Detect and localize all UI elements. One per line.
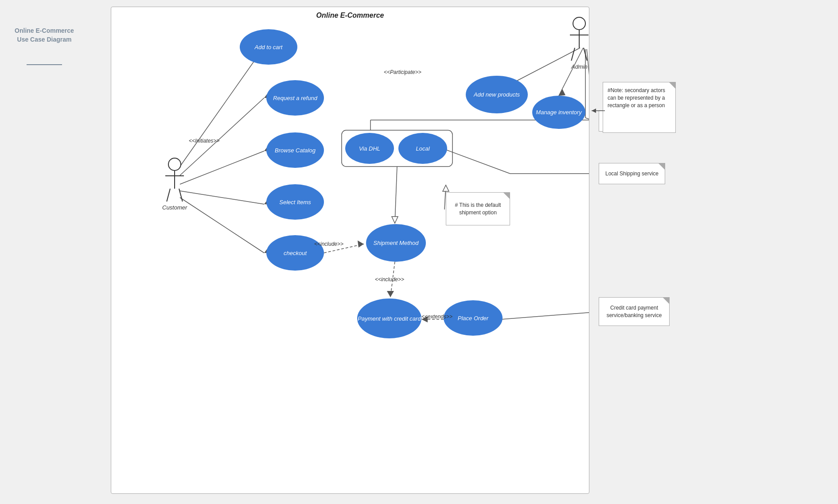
actor-customer: Customer [162,158,187,211]
use-case-payment-credit-card: Payment with credit card [357,299,421,338]
actor-customer-leg-right [179,189,183,202]
svg-marker-35 [592,109,596,113]
svg-marker-8 [387,291,394,297]
use-case-add-to-cart: Add to cart [240,29,297,65]
label-participate: <<Participate>> [384,69,421,75]
svg-line-2 [180,151,264,184]
use-case-add-new-products: Add new products [466,76,528,113]
svg-line-4 [180,198,264,253]
actor-admin-body [579,30,580,48]
label-include-checkout-shipment: <<include>> [314,241,343,247]
svg-line-0 [180,47,264,167]
svg-line-18 [501,312,589,319]
svg-marker-22 [559,89,565,96]
actor-admin-label: Admin [571,63,588,70]
sidebar-divider [27,64,62,65]
svg-line-1 [180,98,264,175]
use-case-local: Local [398,133,447,164]
actor-customer-leg-left [166,189,171,202]
use-case-manage-inventory: Manage inventory [532,96,585,129]
svg-marker-13 [392,217,398,223]
actor-customer-legs [170,189,179,202]
label-extends-placeorder-payment: <<extends>> [421,314,452,320]
use-case-via-dhl: Via DHL [345,133,394,164]
actor-admin-leg-right [583,48,588,61]
actor-customer-label: Customer [162,204,187,211]
label-initiates: <<Initiates>> [189,138,219,144]
note-secondary-actors: #Note: secondary actors can be represent… [603,82,676,133]
use-case-shipment-method: Shipment Method [366,224,426,262]
use-case-select-items: Select Items [266,184,324,220]
use-case-request-refund: Request a refund [266,80,324,116]
note-default-shipment: # This is the default shipment option [446,192,510,225]
diagram-box: Online E-Commerce Shipment Method (dashe… [111,7,589,494]
sidebar-title: Online E-Commerce Use Case Diagram [9,27,80,44]
use-case-browse-catalog: Browse Catalog [266,132,324,168]
actor-admin-arms [570,35,589,35]
label-include-shipment-payment: <<include>> [375,276,404,283]
diagram-title: Online E-Commerce [111,12,589,19]
actor-admin: Admin [571,17,588,70]
svg-marker-27 [443,185,449,191]
svg-line-3 [180,191,264,204]
svg-marker-6 [358,240,364,248]
actor-admin-legs [574,48,584,61]
svg-line-14 [446,150,510,174]
service-box-local-shipping: Local Shipping service [599,163,665,184]
svg-line-12 [395,167,397,223]
actor-customer-head [168,158,181,171]
actor-admin-leg-left [571,48,576,61]
actor-customer-arms [165,175,184,176]
service-box-credit-card: Credit card payment service/banking serv… [599,297,670,326]
actor-admin-head [573,17,586,30]
actor-customer-body [174,171,175,189]
use-case-checkout: checkout [266,235,324,271]
svg-line-24 [585,118,589,122]
